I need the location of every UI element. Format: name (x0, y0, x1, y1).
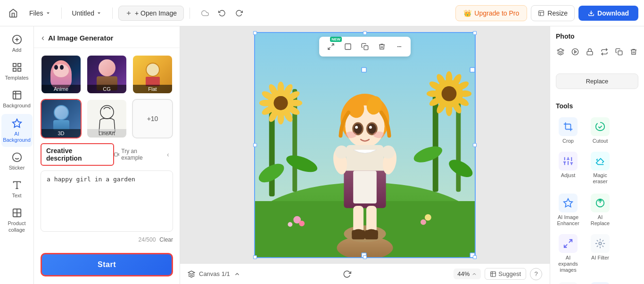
svg-point-63 (442, 86, 457, 101)
animation-icon[interactable] (570, 45, 580, 58)
svg-marker-107 (188, 271, 194, 274)
delete-photo-icon[interactable] (628, 45, 638, 58)
divider-2 (112, 8, 113, 19)
delete-button[interactable] (375, 40, 389, 54)
layers-button[interactable] (188, 270, 195, 278)
tool-shadows[interactable]: Shadows (556, 282, 580, 284)
canvas-bottom: Canvas 1/1 44% Suggest ? (180, 263, 550, 284)
sidebar-item-text[interactable]: Text (1, 176, 33, 203)
canvas-main[interactable]: NEW ··· (180, 26, 550, 263)
style-flat[interactable]: Flat (132, 55, 173, 94)
resize-button[interactable]: Resize (531, 5, 575, 21)
panel-back-button[interactable]: ‹ (41, 33, 44, 43)
svg-point-72 (421, 219, 426, 225)
tool-ai-enhancer[interactable]: AI Image Enhancer (556, 194, 580, 227)
tool-adjust[interactable]: Adjust (556, 152, 580, 185)
layers-icon[interactable] (556, 45, 566, 58)
canvas-info-left: Canvas 1/1 (188, 270, 240, 278)
text-icon (11, 179, 23, 191)
download-button[interactable]: Download (578, 6, 638, 21)
style-grid: Anime CG F (34, 48, 180, 143)
svg-rect-11 (13, 91, 21, 99)
flip-icon[interactable] (599, 45, 609, 58)
style-lineart[interactable]: LineArt (86, 99, 127, 138)
left-sidebar: Add Templates Background AI Background S… (0, 26, 34, 284)
svg-rect-105 (362, 253, 366, 258)
panel-title: AI Image Generator (48, 34, 113, 42)
svg-point-77 (354, 123, 362, 134)
main-content: Add Templates Background AI Background S… (0, 26, 644, 284)
style-more[interactable]: +10 (132, 99, 173, 138)
canvas-expand-icon (234, 271, 240, 277)
clear-button[interactable]: Clear (159, 236, 173, 243)
layers-button[interactable] (341, 40, 355, 54)
zoom-control[interactable]: 44% (454, 268, 481, 279)
title-menu[interactable]: Untitled (67, 7, 107, 20)
svg-point-90 (335, 145, 348, 158)
help-button[interactable]: ? (530, 268, 542, 280)
svg-rect-9 (17, 68, 20, 71)
tool-ai-filter[interactable]: AI Filter (588, 234, 612, 274)
sticker-icon (11, 152, 23, 163)
redo-button[interactable] (231, 6, 247, 21)
style-3d[interactable]: 3D (41, 99, 82, 138)
lock-icon[interactable] (585, 45, 595, 58)
tool-ai-expands[interactable]: AI expands images (556, 234, 580, 274)
photo-section-header: Photo (556, 32, 638, 41)
svg-rect-87 (353, 170, 377, 203)
tool-product-collage[interactable]: Product collage (588, 282, 612, 284)
sidebar-item-sticker[interactable]: Sticker (1, 148, 33, 175)
start-button[interactable]: Start (41, 253, 173, 276)
undo-button[interactable] (215, 6, 230, 21)
creative-header: Creative description Try an example ‹ (41, 143, 173, 166)
style-lineart-label: LineArt (87, 129, 126, 138)
svg-line-23 (328, 47, 330, 49)
new-badge: NEW (330, 37, 342, 42)
creative-textarea[interactable]: a happy girl in a garden (41, 170, 173, 232)
undo-redo-group (198, 6, 247, 21)
upgrade-button[interactable]: 👑 Upgrade to Pro (455, 5, 527, 21)
topbar: Files Untitled + Open Image 👑 Upgrade to… (0, 0, 644, 26)
save-cloud-button[interactable] (198, 6, 213, 21)
svg-point-54 (458, 90, 471, 97)
collapse-button[interactable]: ‹ (163, 149, 173, 160)
expand-button[interactable]: NEW (324, 40, 338, 54)
svg-rect-112 (587, 51, 593, 55)
svg-point-110 (572, 49, 578, 55)
copy-icon[interactable] (614, 45, 624, 58)
try-example-button[interactable]: Try an example (114, 148, 159, 161)
style-anime[interactable]: Anime (41, 55, 82, 94)
tool-ai-replace[interactable]: AI Replace (588, 194, 612, 227)
sidebar-item-ai-background[interactable]: AI Background (1, 114, 33, 147)
sidebar-item-product-collage[interactable]: Product collage (1, 203, 33, 236)
tool-magic-eraser[interactable]: Magic eraser (588, 152, 612, 185)
svg-rect-97 (365, 230, 378, 239)
files-menu[interactable]: Files (25, 7, 56, 20)
style-cg[interactable]: CG (86, 55, 127, 94)
refresh-button[interactable] (343, 270, 351, 278)
sidebar-item-add[interactable]: Add (1, 30, 33, 57)
char-count-row: 24/500 Clear (41, 236, 173, 243)
more-options-button[interactable]: ··· (392, 40, 406, 54)
canvas-image-wrapper[interactable]: NEW ··· (254, 32, 476, 258)
svg-point-46 (259, 99, 272, 106)
svg-rect-102 (362, 67, 366, 72)
sidebar-item-background[interactable]: Background (1, 86, 33, 113)
home-button[interactable] (6, 6, 21, 21)
tool-crop[interactable]: Crop (556, 117, 580, 144)
creative-section: Creative description Try an example ‹ a … (34, 143, 180, 248)
canvas-image: © insMind.com (254, 32, 476, 258)
tool-cutout[interactable]: Cutout (588, 117, 612, 144)
style-3d-label: 3D (41, 129, 81, 138)
suggest-button[interactable]: Suggest (485, 268, 526, 280)
open-image-button[interactable]: + Open Image (118, 6, 184, 21)
replace-button[interactable]: Replace (556, 73, 638, 89)
svg-marker-111 (575, 50, 577, 53)
ai-background-icon (11, 118, 23, 129)
duplicate-button[interactable] (358, 40, 372, 54)
svg-point-57 (446, 103, 453, 116)
sidebar-item-templates[interactable]: Templates (1, 58, 33, 85)
svg-point-51 (446, 71, 453, 84)
canvas-area: NEW ··· (180, 26, 550, 284)
canvas-controls-right: 44% Suggest ? (454, 268, 542, 280)
